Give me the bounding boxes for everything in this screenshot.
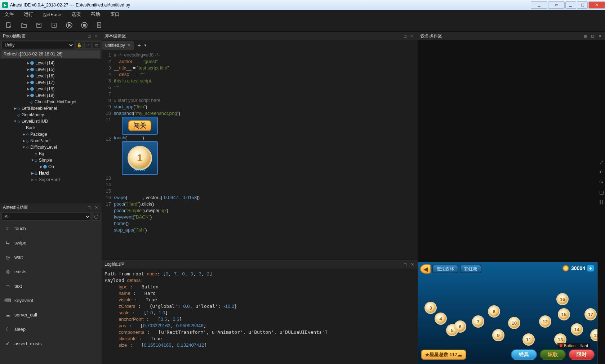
- menu-netease[interactable]: NetEase: [43, 12, 61, 17]
- level-node-17[interactable]: 17: [584, 308, 597, 320]
- tree-node[interactable]: ◇CheckPointHintTarget: [0, 99, 102, 105]
- airtest-cmd-touch[interactable]: ☞touch: [0, 221, 102, 236]
- menu-run[interactable]: 运行: [24, 11, 33, 18]
- menu-file[interactable]: 文件: [4, 11, 14, 18]
- fullscreen-icon[interactable]: ⤢: [599, 159, 604, 165]
- report-button[interactable]: [96, 22, 103, 29]
- level-node-9[interactable]: 9: [492, 329, 504, 341]
- run-button[interactable]: [66, 22, 73, 29]
- airtest-close-icon[interactable]: ✕: [94, 205, 99, 210]
- tree-node[interactable]: ▶◇Package: [0, 131, 102, 138]
- poco-refresh-icon[interactable]: ⟳: [84, 41, 92, 49]
- tree-node[interactable]: ◇Bg: [0, 150, 102, 157]
- airtest-filter-select[interactable]: All: [1, 213, 91, 221]
- level-node-10[interactable]: 10: [508, 317, 520, 329]
- code-body[interactable]: # -*- encoding=utf8 -*- __author__ = "gu…: [114, 50, 418, 260]
- airtest-cmd-text[interactable]: ▭text: [0, 279, 102, 293]
- add-coin-button[interactable]: +: [587, 265, 594, 271]
- level-node-8[interactable]: 8: [488, 305, 500, 318]
- svg-rect-2: [38, 23, 40, 24]
- tree-node[interactable]: ▶◇Hard: [0, 170, 102, 176]
- new-file-button[interactable]: [5, 22, 12, 29]
- window-titlebar: ▶ Airtest IDE v0.0.4_2018-02-27 ~~ E:\te…: [0, 0, 605, 10]
- menu-help[interactable]: 帮助: [91, 11, 100, 18]
- game-tab-2[interactable]: 彩虹塘: [460, 265, 481, 273]
- poco-dock-icon[interactable]: ◻: [86, 33, 92, 39]
- airtest-cmd-exists[interactable]: ◎exists: [0, 265, 102, 279]
- airtest-cmd-server_call[interactable]: ☁server_call: [0, 308, 102, 322]
- tree-node[interactable]: ▼◇Simple: [0, 157, 102, 163]
- airtest-cmd-wait[interactable]: ◷wait: [0, 250, 102, 265]
- level-node-7[interactable]: 7: [472, 315, 484, 328]
- open-file-button[interactable]: [20, 22, 27, 29]
- mode-cool-button[interactable]: 炫歌: [540, 349, 566, 360]
- rotate-left-icon[interactable]: ↶: [599, 169, 604, 175]
- minimize-button[interactable]: ▁: [565, 1, 576, 9]
- log-close-icon[interactable]: ✕: [410, 262, 415, 267]
- level-node-6[interactable]: 6: [454, 320, 466, 333]
- poco-copy-icon[interactable]: ⧉: [93, 41, 100, 49]
- airtest-cmd-swipe[interactable]: ⇆swipe: [0, 236, 102, 250]
- poco-lock-icon[interactable]: 🔒: [76, 41, 83, 49]
- tree-node[interactable]: ◇GemMoney: [0, 112, 102, 118]
- tree-node[interactable]: ▶Level (19): [0, 92, 102, 99]
- mode-classic-button[interactable]: 经典: [511, 349, 537, 360]
- tree-node[interactable]: ▶Level (17): [0, 79, 102, 86]
- device-close-icon[interactable]: ✕: [597, 33, 602, 39]
- poco-framework-select[interactable]: Unity: [1, 41, 74, 49]
- editor-tab-untitled[interactable]: untitled.py✕: [102, 41, 134, 50]
- editor-close-icon[interactable]: ✕: [410, 33, 415, 39]
- tree-node[interactable]: ▶◇NumPanel: [0, 138, 102, 144]
- code-editor[interactable]: 1234567891011 12 1314151617 # -*- encodi…: [102, 50, 418, 260]
- stop-button[interactable]: [81, 22, 88, 29]
- airtest-cmd-sleep[interactable]: ☾sleep: [0, 322, 102, 337]
- level-node-18[interactable]: 18: [590, 329, 598, 341]
- tree-node[interactable]: ▶◇LeftHideablePanel: [0, 105, 102, 112]
- tree-node[interactable]: Back: [0, 125, 102, 131]
- editor-dock-icon[interactable]: ◻: [402, 33, 408, 39]
- level-node-4[interactable]: 4: [435, 313, 447, 325]
- editor-tab-add[interactable]: ＋▼: [134, 41, 149, 50]
- poco-close-icon[interactable]: ✕: [94, 33, 99, 39]
- game-tab-1[interactable]: 魔法森林: [432, 265, 458, 273]
- level-node-3[interactable]: 3: [424, 302, 437, 314]
- tree-node[interactable]: ▶◇SuperHard: [0, 176, 102, 183]
- home-icon[interactable]: ▢: [599, 189, 604, 195]
- restore-group-button[interactable]: ▭: [548, 1, 565, 9]
- level-node-12[interactable]: 12: [539, 315, 551, 328]
- airtest-cmd-keyevent[interactable]: ⌨keyevent: [0, 293, 102, 308]
- tree-node[interactable]: ▶Level (16): [0, 73, 102, 79]
- log-dock-icon[interactable]: ◻: [402, 262, 408, 267]
- save-as-button[interactable]: [50, 22, 58, 29]
- log-output[interactable]: Path from root node: [0, 7, 0, 3, 3, 2] …: [102, 269, 418, 364]
- poco-ui-tree[interactable]: ▶Level (14)▶Level (15)▶Level (16)▶Level …: [0, 59, 102, 203]
- tree-node[interactable]: ▶Level (18): [0, 86, 102, 92]
- menu-window[interactable]: 窗口: [110, 11, 120, 18]
- level-node-14[interactable]: 14: [571, 323, 583, 336]
- maximize-button[interactable]: ▢: [577, 1, 588, 9]
- menu-icon[interactable]: ∥∥: [599, 199, 604, 205]
- airtest-record-button[interactable]: [92, 213, 100, 221]
- rotate-right-icon[interactable]: ↷: [599, 179, 604, 185]
- tab-close-icon[interactable]: ✕: [127, 43, 131, 48]
- tree-node[interactable]: ▼◇DifficultyLevel: [0, 144, 102, 150]
- close-button[interactable]: ✕: [588, 1, 605, 9]
- device-screen[interactable]: ◀ 魔法森林 彩虹塘 30004 + 345678910111213141516…: [418, 262, 598, 364]
- save-button[interactable]: [35, 22, 43, 29]
- airtest-cmd-assert_exists[interactable]: ✔assert_exists: [0, 337, 102, 351]
- tree-node[interactable]: ▶Level (15): [0, 66, 102, 73]
- airtest-dock-icon[interactable]: ◻: [86, 205, 92, 210]
- level-node-11[interactable]: 11: [522, 333, 535, 346]
- tree-node[interactable]: ▶Level (14): [0, 60, 102, 66]
- device-grid-icon[interactable]: ▦: [583, 33, 588, 39]
- mode-timed-button[interactable]: 限时: [569, 349, 595, 360]
- tree-node[interactable]: ▶On: [0, 163, 102, 170]
- device-dock-icon[interactable]: ◻: [590, 33, 595, 39]
- game-back-button[interactable]: ◀: [420, 264, 431, 274]
- minimize-group-button[interactable]: ▁: [531, 1, 547, 9]
- menu-options[interactable]: 选项: [71, 11, 81, 18]
- level-node-15[interactable]: 15: [558, 308, 570, 320]
- touch-icon: ☞: [4, 225, 11, 232]
- tree-node[interactable]: ▼◇LevelListHUD: [0, 118, 102, 125]
- level-node-16[interactable]: 16: [556, 293, 569, 305]
